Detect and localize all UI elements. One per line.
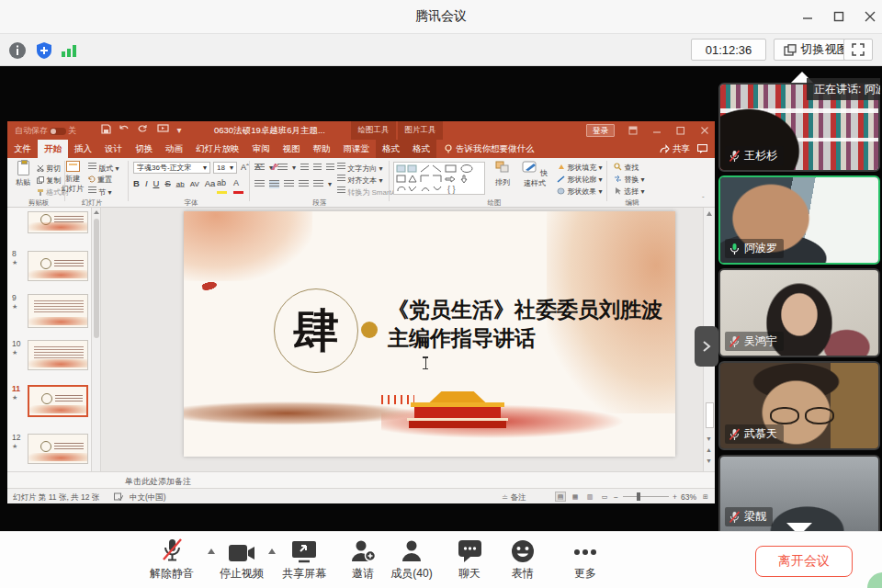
font-name-combo[interactable]: 字魂36号-正文宋▾ <box>133 162 210 174</box>
collapse-ribbon-button[interactable]: ˆ <box>702 195 705 203</box>
signin-button[interactable]: 登录 <box>586 124 615 137</box>
copy-button[interactable]: 复制 <box>37 175 61 186</box>
previous-slide-button[interactable]: ▲ <box>706 447 712 453</box>
char-spacing-button[interactable]: AV <box>190 180 199 188</box>
start-slideshow-icon[interactable] <box>156 124 169 136</box>
section-button[interactable]: 节 ▾ <box>88 187 111 198</box>
participant-tile-aboluo[interactable]: 阿波罗 <box>718 175 880 265</box>
zoom-slider[interactable] <box>623 496 669 497</box>
tab-view[interactable]: 视图 <box>277 140 307 158</box>
bold-button[interactable]: B <box>133 178 140 188</box>
slide-thumbnail-11-selected[interactable] <box>28 385 88 417</box>
replace-button[interactable]: 替换 ▾ <box>614 175 644 185</box>
strikethrough-button[interactable]: S <box>164 178 170 188</box>
tab-picture-format[interactable]: 格式 <box>406 140 436 158</box>
font-color-button[interactable]: A <box>233 178 243 196</box>
tab-review[interactable]: 审阅 <box>246 140 277 158</box>
arrange-button[interactable]: 排列 <box>491 161 514 187</box>
shape-effects-button[interactable]: 形状效果 ▾ <box>557 187 602 197</box>
meeting-info-icon[interactable] <box>7 40 28 61</box>
ppt-close-icon[interactable] <box>700 126 709 135</box>
slide-thumbnail-partial[interactable] <box>28 211 88 233</box>
scroll-down-arrow-icon[interactable]: ▼ <box>706 435 712 442</box>
tab-design[interactable]: 设计 <box>98 140 129 158</box>
spellcheck-icon[interactable] <box>114 492 123 501</box>
slideshow-view-button[interactable]: ▭ <box>599 492 610 502</box>
save-icon[interactable] <box>99 124 112 136</box>
participant-tile-wuhongyu[interactable]: 吴鸿宇 <box>718 268 880 357</box>
slide-thumbnail-8[interactable] <box>28 251 88 281</box>
tab-slideshow[interactable]: 幻灯片放映 <box>189 140 246 158</box>
slide-thumbnail-10[interactable] <box>28 340 88 370</box>
notes-pane[interactable]: 单击此处添加备注 <box>7 471 715 488</box>
undo-icon[interactable] <box>118 124 130 136</box>
autosave-toggle[interactable]: 自动保存关 <box>15 125 76 137</box>
more-button[interactable]: 更多 <box>553 537 617 582</box>
tab-file[interactable]: 文件 <box>7 140 38 158</box>
smartart-button[interactable]: 转换为 SmartArt <box>337 187 401 198</box>
tab-transitions[interactable]: 切换 <box>129 140 159 158</box>
cut-button[interactable]: 剪切 <box>37 164 61 174</box>
paste-button[interactable]: 粘贴 <box>11 161 35 187</box>
align-left-icon[interactable] <box>254 180 265 188</box>
language-status[interactable]: 中文(中国) <box>130 492 166 503</box>
leave-meeting-button[interactable]: 离开会议 <box>755 546 853 577</box>
unmute-button[interactable]: 解除静音 <box>140 537 204 582</box>
maximize-icon[interactable] <box>827 7 851 26</box>
fullscreen-button[interactable] <box>843 39 873 61</box>
highlight-color-button[interactable]: ab <box>217 178 227 196</box>
network-signal-icon[interactable] <box>59 40 79 61</box>
layout-button[interactable]: 版式 ▾ <box>88 163 119 174</box>
notes-toggle[interactable]: ≐ 备注 <box>502 492 526 503</box>
reading-view-button[interactable]: ▥ <box>584 492 595 502</box>
participant-tile-wumutian[interactable]: 武慕天 <box>718 361 880 450</box>
tab-animations[interactable]: 动画 <box>159 140 189 158</box>
minimize-icon[interactable] <box>796 7 820 26</box>
new-slide-button[interactable]: 新建幻灯片 <box>61 161 85 194</box>
shapes-gallery[interactable]: { } <box>393 162 485 195</box>
shape-fill-button[interactable]: 形状填充 ▾ <box>557 163 602 173</box>
italic-button[interactable]: I <box>145 178 148 188</box>
hide-video-panel-handle[interactable] <box>695 326 718 367</box>
ppt-maximize-icon[interactable] <box>676 126 685 135</box>
qat-dropdown-icon[interactable]: ▾ <box>173 124 186 136</box>
select-button[interactable]: 选择 ▾ <box>614 187 644 197</box>
zoom-in-button[interactable]: + <box>673 492 677 502</box>
reset-button[interactable]: 重置 <box>88 175 112 185</box>
scrollbar-thumb[interactable] <box>706 402 714 428</box>
ribbon-display-icon[interactable] <box>628 126 638 135</box>
slide-sorter-view-button[interactable]: ▦ <box>570 492 581 502</box>
zoom-slider-knob[interactable] <box>637 492 640 501</box>
redo-icon[interactable] <box>136 124 149 136</box>
scroll-participants-down-icon[interactable] <box>786 523 812 531</box>
text-shadow-button[interactable]: a̲b̲ <box>176 180 185 188</box>
fit-to-window-button[interactable]: ⊞ <box>700 492 711 502</box>
ppt-minimize-icon[interactable] <box>652 126 662 135</box>
change-case-button[interactable]: Aa <box>205 178 216 188</box>
tell-me-search[interactable]: 告诉我你想要做什么 <box>436 140 542 158</box>
decrease-indent-icon[interactable] <box>300 164 309 172</box>
text-direction-button[interactable]: 文字方向 ▾ <box>337 163 382 174</box>
line-spacing-icon[interactable] <box>326 164 334 172</box>
numbering-icon[interactable] <box>277 164 288 172</box>
tab-home[interactable]: 开始 <box>38 140 68 158</box>
next-slide-button[interactable]: ▼ <box>706 458 712 464</box>
normal-view-button[interactable]: ▤ <box>555 492 566 502</box>
close-icon[interactable] <box>858 7 882 26</box>
tab-rain-classroom[interactable]: 雨课堂 <box>337 140 377 158</box>
columns-icon[interactable] <box>313 180 323 188</box>
quick-styles-button[interactable]: 快速样式 <box>518 161 551 188</box>
find-button[interactable]: 查找 <box>614 163 639 173</box>
tab-drawing-format[interactable]: 格式 <box>376 140 406 158</box>
emoji-button[interactable]: 表情 <box>491 537 555 582</box>
align-text-button[interactable]: 对齐文本 ▾ <box>337 175 382 186</box>
share-screen-button[interactable]: 共享屏幕 <box>272 537 336 582</box>
tab-insert[interactable]: 插入 <box>68 140 98 158</box>
security-shield-icon[interactable] <box>34 40 54 61</box>
justify-icon[interactable] <box>299 180 309 188</box>
bullets-icon[interactable] <box>254 164 265 172</box>
slide-canvas[interactable]: 肆 《党员生活》社委委员刘胜波 主编作指导讲话 <box>184 211 675 457</box>
font-size-combo[interactable]: 18▾ <box>213 162 237 174</box>
align-center-icon[interactable] <box>269 180 279 188</box>
stop-video-button[interactable]: 停止视频 <box>209 537 274 582</box>
